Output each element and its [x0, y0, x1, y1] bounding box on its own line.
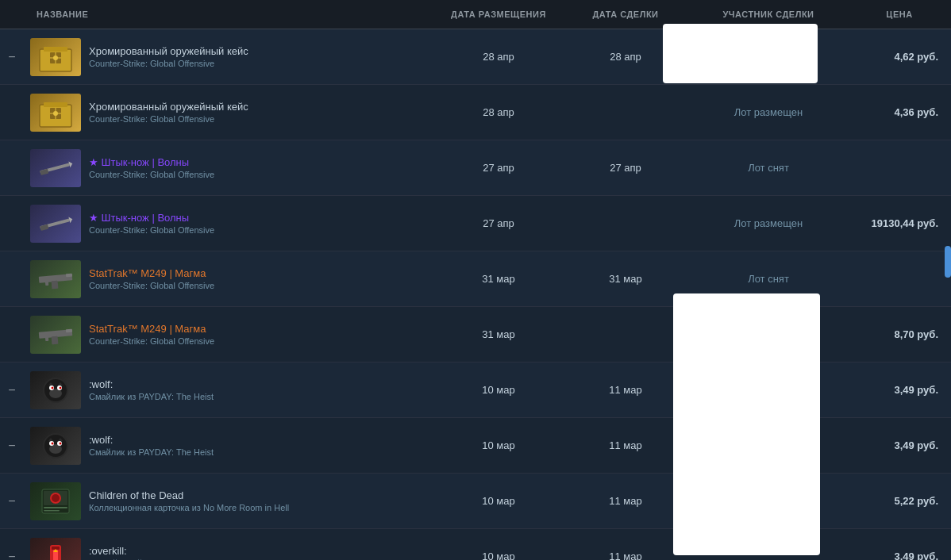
remove-button[interactable]: −: [6, 383, 17, 397]
row-name-cell: :wolf: Смайлик из PAYDAY: The Heist: [24, 420, 435, 471]
row-date-deal: 11 мар: [562, 378, 689, 402]
header-minus: [0, 6, 24, 22]
item-subtitle: Counter-Strike: Global Offensive: [89, 114, 248, 124]
row-price: 4,62 руб.: [848, 44, 951, 69]
item-icon: [30, 260, 81, 298]
row-date-deal: 31 мар: [562, 267, 689, 291]
svg-rect-49: [44, 510, 60, 512]
row-price: 8,70 руб.: [848, 322, 951, 347]
item-info: Children of the Dead Коллекционная карто…: [89, 489, 289, 512]
row-date-placed: 27 апр: [435, 211, 562, 236]
row-name-cell: :overkill: Редкий Смайлик из PAYDAY: The…: [24, 531, 435, 561]
row-minus-cell[interactable]: −: [0, 543, 24, 561]
svg-point-32: [60, 386, 62, 389]
item-subtitle: Смайлик из PAYDAY: The Heist: [89, 447, 214, 457]
svg-point-41: [60, 442, 62, 444]
item-icon: [30, 482, 81, 520]
item-subtitle: Counter-Strike: Global Offensive: [89, 225, 214, 235]
remove-button[interactable]: −: [6, 439, 17, 453]
row-minus-cell: [0, 273, 24, 286]
row-participant: Лот снят: [689, 267, 848, 291]
row-date-deal: 11 мар: [562, 433, 689, 458]
item-icon: [30, 205, 81, 243]
row-price: 4,36 руб.: [848, 100, 951, 125]
row-price: 19130,44 руб.: [848, 211, 951, 236]
row-date-placed: 28 апр: [435, 44, 562, 69]
row-name-cell: Children of the Dead Коллекционная карто…: [24, 476, 435, 527]
item-title: :overkill:: [89, 545, 244, 557]
table-row: Хромированный оружейный кейс Counter-Str…: [0, 85, 951, 140]
item-subtitle: Counter-Strike: Global Offensive: [89, 170, 214, 179]
item-title: Хромированный оружейный кейс: [89, 45, 248, 57]
overlay-box-bottom: [673, 293, 820, 555]
row-minus-cell: [0, 106, 24, 119]
item-icon: [30, 371, 81, 409]
svg-rect-19: [52, 280, 59, 289]
row-date-placed: 27 апр: [435, 155, 562, 180]
item-subtitle: Counter-Strike: Global Offensive: [89, 336, 214, 346]
svg-point-31: [52, 386, 54, 389]
item-icon: [30, 94, 81, 132]
row-name-cell: Хромированный оружейный кейс Counter-Str…: [24, 32, 435, 82]
row-date-placed: 31 мар: [435, 322, 562, 347]
row-date-deal: [562, 328, 689, 341]
item-info: StatTrak™ M249 | Магма Counter-Strike: G…: [89, 267, 214, 290]
svg-rect-16: [40, 224, 48, 230]
item-title: :wolf:: [89, 378, 214, 390]
item-title: StatTrak™ M249 | Магма: [89, 323, 214, 335]
row-date-placed: 28 апр: [435, 100, 562, 125]
market-history-table: НАЗВАНИЕ ДАТА РАЗМЕЩЕНИЯ ДАТА СДЕЛКИ УЧА…: [0, 0, 951, 560]
row-name-cell: Хромированный оружейный кейс Counter-Str…: [24, 87, 435, 138]
row-price: 3,49 руб.: [848, 378, 951, 402]
item-info: :wolf: Смайлик из PAYDAY: The Heist: [89, 434, 214, 457]
remove-button[interactable]: −: [6, 494, 17, 508]
table-row: ★ Штык-нож | Волны Counter-Strike: Globa…: [0, 196, 951, 251]
header-date-placed: ДАТА РАЗМЕЩЕНИЯ: [435, 6, 562, 22]
row-minus-cell[interactable]: −: [0, 44, 24, 71]
row-name-cell: ★ Штык-нож | Волны Counter-Strike: Globa…: [24, 143, 435, 194]
item-icon: [30, 427, 81, 465]
item-subtitle: Counter-Strike: Global Offensive: [89, 59, 248, 68]
svg-rect-21: [45, 278, 49, 285]
item-title: StatTrak™ M249 | Магма: [89, 267, 214, 279]
row-price: [848, 273, 951, 286]
row-minus-cell: [0, 162, 24, 175]
remove-button[interactable]: −: [6, 550, 17, 561]
header-date-deal: ДАТА СДЕЛКИ: [562, 6, 689, 22]
row-date-deal: [562, 217, 689, 230]
item-title: Children of the Dead: [89, 489, 289, 501]
remove-button[interactable]: −: [6, 50, 17, 64]
svg-rect-25: [45, 334, 49, 340]
row-date-placed: 10 мар: [435, 433, 562, 458]
item-info: :overkill: Редкий Смайлик из PAYDAY: The…: [89, 545, 244, 560]
svg-rect-48: [44, 507, 67, 508]
svg-point-47: [52, 494, 60, 502]
item-info: ★ Штык-нож | Волны Counter-Strike: Globa…: [89, 212, 214, 235]
svg-point-40: [52, 442, 54, 444]
header-price: ЦЕНА: [848, 6, 951, 22]
row-name-cell: :wolf: Смайлик из PAYDAY: The Heist: [24, 365, 435, 416]
item-subtitle: Коллекционная карточка из No More Room i…: [89, 503, 289, 512]
item-subtitle: Counter-Strike: Global Offensive: [89, 281, 214, 290]
row-name-cell: StatTrak™ M249 | Магма Counter-Strike: G…: [24, 309, 435, 360]
row-minus-cell[interactable]: −: [0, 432, 24, 459]
item-icon: [30, 538, 81, 561]
row-participant: Лот размещен: [689, 211, 848, 236]
row-participant: Лот снят: [689, 155, 848, 180]
row-price: 5,22 руб.: [848, 489, 951, 513]
overlay-box-top: [663, 24, 818, 83]
row-minus-cell[interactable]: −: [0, 488, 24, 515]
row-date-deal: 27 апр: [562, 155, 689, 180]
row-name-cell: ★ Штык-нож | Волны Counter-Strike: Globa…: [24, 198, 435, 249]
row-minus-cell: [0, 217, 24, 230]
row-minus-cell[interactable]: −: [0, 377, 24, 404]
row-participant: Лот размещен: [689, 100, 848, 125]
header-participant: УЧАСТНИК СДЕЛКИ: [689, 6, 848, 22]
table-row: ★ Штык-нож | Волны Counter-Strike: Globa…: [0, 140, 951, 196]
item-title: Хромированный оружейный кейс: [89, 101, 248, 113]
row-minus-cell: [0, 328, 24, 341]
svg-rect-13: [40, 168, 48, 175]
row-date-deal: 11 мар: [562, 544, 689, 560]
item-title: :wolf:: [89, 434, 214, 446]
scrollbar-indicator[interactable]: [945, 246, 951, 278]
